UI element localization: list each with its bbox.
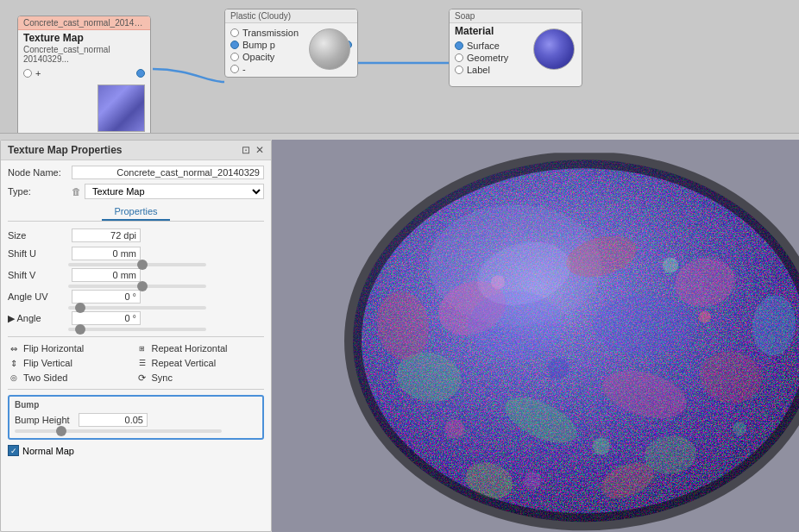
- angle-input[interactable]: [72, 311, 141, 325]
- material-geometry-label: Geometry: [467, 53, 508, 63]
- plastic-port-dot-transmission: [230, 28, 239, 37]
- shift-v-slider-thumb: [137, 281, 148, 291]
- material-port-dot-geometry: [455, 53, 463, 62]
- svg-point-14: [548, 358, 569, 379]
- two-sided-label: Two Sided: [23, 372, 67, 383]
- texture-port-dot-in: [23, 69, 32, 78]
- texture-thumbnail: [98, 84, 145, 132]
- bump-height-slider-thumb: [56, 426, 66, 436]
- stone-svg: [343, 153, 800, 532]
- normal-map-label: Normal Map: [22, 446, 74, 456]
- bump-height-label: Bump Height: [15, 415, 75, 425]
- two-sided-item[interactable]: ◎ Two Sided: [8, 372, 136, 384]
- type-row: Type: 🗑 Texture Map: [8, 184, 264, 199]
- repeat-v-label: Repeat Vertical: [152, 358, 217, 368]
- shift-u-slider[interactable]: [68, 263, 206, 266]
- svg-point-12: [593, 437, 610, 454]
- shift-u-row: Shift U: [8, 247, 264, 260]
- shift-u-label: Shift U: [8, 248, 68, 259]
- tabs-row: Properties: [8, 203, 264, 222]
- size-input[interactable]: [72, 228, 141, 242]
- node-texture-title: Texture Map: [18, 30, 150, 45]
- repeat-h-label: Repeat Horizontal: [152, 343, 228, 354]
- svg-point-15: [663, 257, 678, 272]
- angle-slider-thumb: [75, 324, 85, 335]
- plastic-port-dot-opacity: [230, 53, 239, 61]
- node-material-header: Soap: [450, 9, 582, 23]
- divider-2: [8, 389, 264, 390]
- shift-v-input[interactable]: [72, 268, 141, 282]
- node-name-label: Node Name:: [8, 167, 68, 178]
- plastic-minus-label: -: [242, 64, 246, 74]
- flip-h-item[interactable]: ⇔ Flip Horizontal: [8, 342, 136, 354]
- node-material: Soap Material Surface Geometry Label: [449, 9, 582, 87]
- angle-uv-slider-thumb: [75, 303, 85, 313]
- shift-v-slider[interactable]: [68, 285, 206, 288]
- shift-v-label: Shift V: [8, 270, 68, 280]
- repeat-v-item[interactable]: ☰ Repeat Vertical: [136, 357, 265, 369]
- shift-u-slider-row: [8, 263, 264, 266]
- angle-uv-slider[interactable]: [68, 306, 206, 310]
- flip-h-icon: ⇔: [8, 342, 20, 354]
- node-name-input[interactable]: [72, 166, 264, 179]
- normal-map-checkbox[interactable]: ✓: [8, 445, 19, 456]
- angle-row: ▶ Angle: [8, 311, 264, 325]
- props-close-icon[interactable]: ✕: [255, 144, 264, 156]
- normal-map-row: ✓ Normal Map: [8, 445, 264, 456]
- render-area: [272, 140, 799, 532]
- svg-point-10: [593, 295, 696, 355]
- bump-height-slider[interactable]: [15, 429, 222, 433]
- flip-v-label: Flip Vertical: [23, 358, 72, 368]
- shift-v-slider-row: [8, 285, 264, 288]
- props-window-icons: ⊡ ✕: [242, 144, 264, 156]
- svg-point-17: [733, 422, 746, 435]
- props-title-bar: Texture Map Properties ⊡ ✕: [1, 141, 271, 160]
- shift-v-row: Shift V: [8, 268, 264, 282]
- plastic-port-dot-minus: [230, 65, 239, 73]
- bump-height-input[interactable]: [79, 413, 148, 427]
- flip-h-label: Flip Horizontal: [23, 343, 84, 354]
- texture-port-dot-out: [136, 69, 145, 78]
- type-label: Type:: [8, 186, 68, 197]
- tab-properties[interactable]: Properties: [102, 203, 169, 221]
- node-graph: Concrete_cast_normal_20140... Texture Ma…: [0, 0, 799, 134]
- trash-icon[interactable]: 🗑: [72, 186, 81, 197]
- two-sided-icon: ◎: [8, 372, 20, 384]
- texture-port-out: +: [18, 67, 150, 79]
- sync-label: Sync: [152, 372, 173, 383]
- shift-u-slider-thumb: [137, 260, 148, 270]
- svg-point-16: [445, 419, 464, 438]
- angle-uv-input[interactable]: [72, 290, 141, 304]
- plastic-opacity-label: Opacity: [242, 52, 274, 62]
- checkbox-grid: ⇔ Flip Horizontal ⊞ Repeat Horizontal ⇕ …: [8, 342, 264, 384]
- divider-1: [8, 336, 264, 337]
- angle-slider[interactable]: [68, 328, 206, 331]
- node-name-row: Node Name:: [8, 166, 264, 179]
- props-restore-icon[interactable]: ⊡: [242, 144, 250, 156]
- repeat-h-item[interactable]: ⊞ Repeat Horizontal: [136, 342, 265, 354]
- node-texture: Concrete_cast_normal_20140... Texture Ma…: [17, 16, 151, 134]
- node-plastic-header: Plastic (Cloudy): [225, 9, 357, 23]
- angle-label: ▶ Angle: [8, 313, 68, 324]
- material-thumbnail: [533, 28, 575, 70]
- shift-u-input[interactable]: [72, 247, 141, 260]
- material-label-label: Label: [467, 65, 490, 75]
- node-plastic: Plastic (Cloudy) Transmission Bump p Opa…: [224, 9, 358, 78]
- size-row: Size: [8, 228, 264, 242]
- material-surface-label: Surface: [467, 41, 500, 51]
- sync-item[interactable]: ⟳ Sync: [136, 372, 265, 384]
- properties-panel: Texture Map Properties ⊡ ✕ Node Name: Ty…: [0, 140, 272, 532]
- svg-point-13: [699, 310, 711, 322]
- material-port-dot-surface: [455, 41, 463, 50]
- bump-section-label: Bump: [15, 400, 257, 410]
- node-texture-header: Concrete_cast_normal_20140...: [18, 16, 150, 30]
- size-label: Size: [8, 230, 68, 241]
- material-port-dot-label: [455, 66, 463, 74]
- props-body: Node Name: Type: 🗑 Texture Map Propertie…: [1, 160, 271, 461]
- plastic-port-dot-bump: [230, 41, 239, 49]
- flip-v-item[interactable]: ⇕ Flip Vertical: [8, 357, 136, 369]
- bump-section: Bump Bump Height: [8, 395, 264, 440]
- plastic-thumbnail: [309, 28, 350, 70]
- angle-slider-row: [8, 328, 264, 331]
- type-select[interactable]: Texture Map: [85, 184, 264, 199]
